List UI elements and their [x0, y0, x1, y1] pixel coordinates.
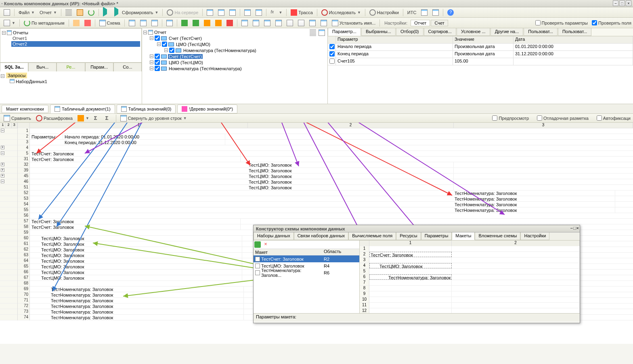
structure-item-1[interactable]: –ЦМО (ТестЦМО) [157, 41, 326, 47]
sheet-row-5[interactable]: ТестСчет: Заголовок [30, 151, 633, 157]
dlg-grid-row-12[interactable]: 12 [360, 308, 580, 313]
ltab-conn[interactable]: Со... [113, 63, 142, 71]
dlg-add-icon[interactable] [254, 241, 261, 248]
ltab-param[interactable]: Парам... [85, 63, 113, 71]
report-menu[interactable]: Отчет▼ [38, 8, 59, 17]
btn-d3[interactable] [227, 8, 238, 17]
rtab-other[interactable]: Другие на... [490, 28, 524, 36]
set-name-button[interactable]: Установить имя... [330, 19, 378, 27]
rtab-filter[interactable]: Отбор(0) [396, 28, 423, 36]
brush-button[interactable]: ▼ [75, 114, 91, 122]
minimize-button[interactable]: – [613, 0, 618, 6]
close-button[interactable]: × [626, 0, 631, 6]
by-metadata-button[interactable]: По метаданным [22, 19, 67, 27]
btn-x1[interactable] [419, 8, 430, 17]
tb2-e2[interactable] [138, 19, 149, 27]
tb2-h7[interactable] [307, 19, 318, 27]
sheet-row-4[interactable] [30, 145, 633, 151]
tab-valuetable[interactable]: Таблица значений(0) [117, 105, 176, 113]
explore-button[interactable]: Исследовать▼ [319, 8, 363, 17]
debug-check[interactable]: Отладочная разметка [537, 115, 589, 121]
maximize-button[interactable]: □ [619, 0, 625, 6]
tb2-e1[interactable] [127, 19, 137, 27]
tb2-f1[interactable] [164, 19, 175, 27]
tab-spreadsheet[interactable]: Табличный документ(1) [50, 105, 115, 113]
dlg-tab-3[interactable]: Ресурсы [396, 232, 421, 240]
rtab-user1[interactable]: Пользоват... [524, 28, 558, 36]
new-button[interactable] [2, 8, 12, 17]
sheet-row-54[interactable]: ТестНоменклатура: Заголовок [30, 202, 633, 207]
tb2-h8[interactable] [319, 19, 329, 27]
tab-valuetree[interactable]: !Дерево значений(0*) [177, 105, 237, 113]
dlg-grid-row-8[interactable]: 8 [360, 286, 580, 291]
structure-item-4[interactable]: –ЦМО (ТестЦМО) [150, 59, 326, 65]
sigma2-button[interactable] [103, 114, 114, 122]
sheet-row-1[interactable] [30, 128, 633, 134]
param-row-1[interactable]: Конец периодаПроизвольная дата31.12.2020… [328, 51, 633, 58]
structure-item-3[interactable]: –Счет (ТестСчет) [150, 53, 326, 59]
btn-c[interactable] [86, 8, 96, 17]
report-item-2[interactable]: Отчет2 [11, 41, 140, 47]
dlg-tab-0[interactable]: Наборы данных [254, 232, 294, 240]
report-item-1[interactable]: Отчет1 [11, 36, 140, 41]
tb2-g2[interactable] [191, 19, 201, 27]
tab-report[interactable]: Отчет [411, 20, 430, 26]
table-mode-icon[interactable] [319, 29, 325, 36]
execute-button[interactable]: Сформировать▼ [112, 8, 160, 17]
sheet-row-52[interactable]: ТестНоменклатура: Заголовок [30, 190, 633, 196]
sheet-row-51[interactable]: ТестЦМО: Заголовок [30, 185, 633, 190]
ltab-res[interactable]: Ре... [57, 63, 85, 71]
structure-item-2[interactable]: –Номенклатура (ТестНоменклатура) [164, 47, 326, 53]
tb2-g4[interactable] [213, 19, 224, 27]
tb2-d[interactable] [82, 19, 93, 27]
ltab-sql[interactable]: SQL За... [0, 63, 28, 71]
reports-root[interactable]: –Отчеты [2, 30, 140, 36]
settings-button[interactable]: Настройки [367, 8, 401, 17]
dlg-grid-row-9[interactable]: 9 [360, 291, 580, 297]
autofix-check[interactable]: Автофиксаци [597, 115, 631, 121]
schema-button[interactable]: Схема [97, 19, 122, 27]
sheet-row-53[interactable]: ТестНоменклатура: Заголовок [30, 196, 633, 202]
btn-d2[interactable] [216, 8, 226, 17]
dlg-rcol-2[interactable]: 2 [452, 241, 580, 246]
btn-x2[interactable] [430, 8, 441, 17]
dlg-tab-4[interactable]: Параметры [421, 232, 452, 240]
check-fields[interactable]: Проверять поля [592, 20, 631, 25]
tb2-new[interactable]: ▼ [2, 19, 17, 27]
dlg-grid[interactable]: 1 2 12ТестСчет: Заголовок34ТестЦМО: Заго… [360, 241, 580, 313]
help-button[interactable]: ? [445, 8, 456, 17]
btn-e1[interactable] [242, 8, 253, 17]
btn-a[interactable] [63, 8, 74, 17]
rtab-params[interactable]: Параметр... [328, 28, 361, 36]
preview-check[interactable]: Предпросмотр [492, 115, 529, 121]
dlg-max[interactable]: □ [573, 226, 576, 230]
sheet-row-46[interactable]: ТестЦМО: Заголовок [30, 179, 633, 185]
compare-button[interactable]: Сравнить [2, 114, 33, 122]
dlg-tab-2[interactable]: Вычисляемые поля [348, 232, 396, 240]
tb2-g3[interactable] [202, 19, 212, 27]
tb2-h2[interactable] [251, 19, 261, 27]
dlg-grid-row-1[interactable]: 1 [360, 246, 580, 252]
structure-item-0[interactable]: –Счет (ТестСчет) [150, 35, 326, 41]
rtab-cond[interactable]: Условное ... [457, 28, 490, 36]
sheet-row-45[interactable]: ТестЦМО: Заголовок [30, 174, 633, 179]
its-button[interactable]: ИТС [405, 8, 419, 17]
rtab-user2[interactable]: Пользоват... [558, 28, 592, 36]
btn-d1[interactable] [205, 8, 215, 17]
tb2-h6[interactable] [296, 19, 306, 27]
btn-b[interactable] [75, 8, 85, 17]
dlg-tab-5[interactable]: Макеты [452, 232, 475, 240]
tb2-g5[interactable] [224, 19, 235, 27]
sheet-row-32[interactable]: ТестЦМО: Заголовок [30, 162, 633, 168]
sheet-row-3[interactable]: Конец периода: 31.12.2020 0:00:00 [30, 140, 633, 145]
dlg-grid-row-7[interactable]: 7 [360, 280, 580, 286]
tb2-h5[interactable] [285, 19, 295, 27]
decode-button[interactable]: Расшифровка [34, 114, 75, 122]
dlg-grid-row-10[interactable]: 10 [360, 297, 580, 303]
dlg-layout-row-0[interactable]: ТестСчет: ЗаголовокR2 [254, 255, 359, 262]
tb2-h4[interactable] [273, 19, 284, 27]
dlg-grid-row-4[interactable]: 4ТестЦМО: Заголовок [360, 263, 580, 269]
designer-dialog[interactable]: Конструктор схемы компоновки данных – □ … [253, 225, 580, 323]
ltab-calc[interactable]: Выч... [28, 63, 57, 71]
dlg-grid-row-6[interactable]: 6ТестНоменклатура: Заголовок [360, 274, 580, 280]
